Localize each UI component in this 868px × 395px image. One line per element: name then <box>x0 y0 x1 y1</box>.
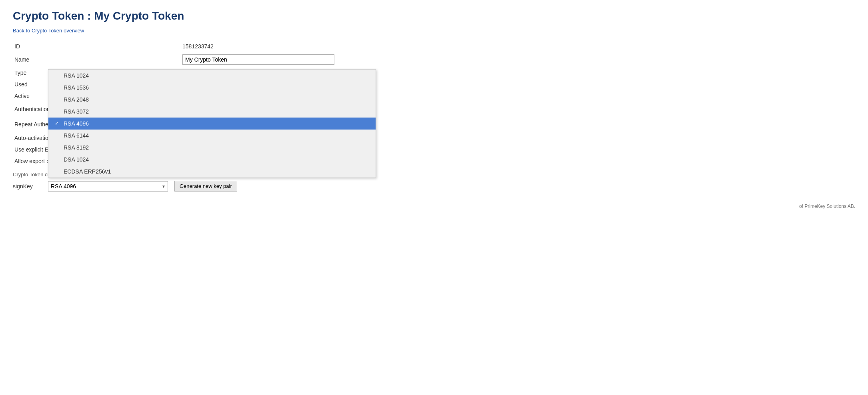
option-rsa8192[interactable]: RSA 8192 <box>48 142 376 154</box>
option-rsa3072[interactable]: RSA 3072 <box>48 106 376 118</box>
checkmark-ecdsa-erp256v1 <box>55 169 60 174</box>
option-rsa1024[interactable]: RSA 1024 <box>48 70 376 82</box>
id-value: 1581233742 <box>181 41 855 52</box>
back-link[interactable]: Back to Crypto Token overview <box>13 28 84 34</box>
option-rsa6144[interactable]: RSA 6144 <box>48 130 376 142</box>
checkmark-rsa8192 <box>55 145 60 150</box>
checkmark-rsa4096: ✓ <box>55 121 60 126</box>
option-label-rsa6144: RSA 6144 <box>64 132 89 139</box>
name-row: Name <box>13 52 855 67</box>
checkmark-dsa1024 <box>55 157 60 162</box>
option-label-rsa3072: RSA 3072 <box>64 108 89 115</box>
option-rsa4096[interactable]: ✓ RSA 4096 <box>48 118 376 130</box>
dropdown-container: RSA 1024 RSA 1536 RSA 2048 RSA 3072 ✓ RS… <box>48 69 376 178</box>
option-label-ecdsa-erp256v1: ECDSA ERP256v1 <box>64 168 111 175</box>
key-size-select[interactable]: RSA 4096 <box>48 181 168 192</box>
name-cell <box>181 52 855 67</box>
sign-key-row: signKey RSA 1024 RSA 1536 RSA 2048 RSA 3… <box>13 181 855 192</box>
option-label-rsa2048: RSA 2048 <box>64 96 89 103</box>
option-label-rsa8192: RSA 8192 <box>64 144 89 151</box>
sign-key-label: signKey <box>13 183 45 190</box>
checkmark-rsa6144 <box>55 133 60 138</box>
option-dsa1024[interactable]: DSA 1024 <box>48 154 376 166</box>
option-ecdsa-erp256v1[interactable]: ECDSA ERP256v1 <box>48 166 376 178</box>
option-label-dsa1024: DSA 1024 <box>64 156 89 163</box>
option-rsa2048[interactable]: RSA 2048 <box>48 94 376 106</box>
page-title: Crypto Token : My Crypto Token <box>13 10 855 22</box>
option-label-rsa1536: RSA 1536 <box>64 84 89 91</box>
name-label: Name <box>13 52 181 67</box>
id-label: ID <box>13 41 181 52</box>
checkmark-rsa2048 <box>55 97 60 102</box>
option-label-rsa1024: RSA 1024 <box>64 72 89 79</box>
checkmark-rsa1536 <box>55 85 60 90</box>
footer-text: of PrimeKey Solutions AB. <box>13 203 855 209</box>
generate-key-pair-button[interactable]: Generate new key pair <box>174 181 237 192</box>
option-rsa1536[interactable]: RSA 1536 <box>48 82 376 94</box>
checkmark-rsa3072 <box>55 109 60 114</box>
id-row: ID 1581233742 <box>13 41 855 52</box>
option-label-rsa4096: RSA 4096 <box>64 120 89 127</box>
name-input[interactable] <box>182 54 334 65</box>
select-wrapper: RSA 4096 <box>48 181 168 192</box>
checkmark-rsa1024 <box>55 73 60 78</box>
dropdown-wrapper: RSA 1024 RSA 1536 RSA 2048 RSA 3072 ✓ RS… <box>48 181 168 192</box>
